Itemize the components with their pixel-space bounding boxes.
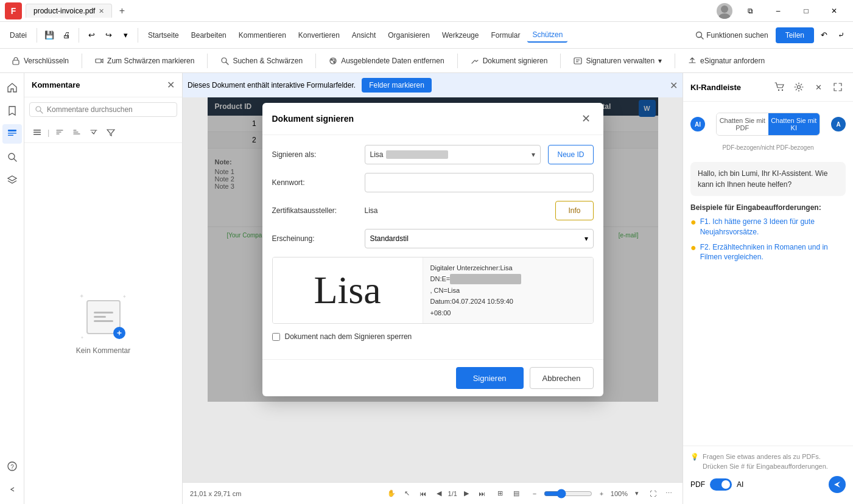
sidebar-collapse-icon[interactable] — [2, 480, 22, 499]
cursor-tool-button[interactable]: ✋ — [385, 487, 398, 500]
close-button[interactable]: ✕ — [820, 0, 848, 22]
next-page-button[interactable]: ▶ — [460, 487, 473, 500]
chat-pdf-button[interactable]: Chatten Sie mit PDF — [717, 113, 768, 135]
ai-close-icon[interactable]: ✕ — [810, 79, 826, 95]
zoom-slider[interactable] — [544, 489, 592, 499]
share-button[interactable]: Teilen — [776, 27, 814, 43]
pdf-notice-close-button[interactable]: ✕ — [670, 80, 678, 91]
ai-toggle-label: AI — [737, 480, 743, 489]
fullscreen-button[interactable]: ⛶ — [646, 487, 659, 500]
zoom-in-button[interactable]: + — [595, 487, 608, 500]
svg-point-26 — [782, 89, 783, 91]
ai-send-button[interactable] — [829, 476, 846, 493]
password-input[interactable] — [365, 173, 594, 192]
active-tab[interactable]: product-invoice.pdf ✕ — [26, 4, 112, 18]
select-tool-button[interactable]: ↖ — [401, 487, 414, 500]
ai-example-2[interactable]: ● F2. Erzähltechniken in Romanen und in … — [690, 242, 846, 263]
formular-menu[interactable]: Formular — [486, 29, 525, 42]
maximize-button[interactable]: □ — [792, 0, 820, 22]
sign-as-select[interactable]: Lisa ████████████ ▾ — [365, 145, 541, 164]
restore-button[interactable]: ⧉ — [736, 0, 764, 22]
cancel-button[interactable]: Abbrechen — [530, 367, 594, 389]
encrypt-button[interactable]: Verschlüsseln — [5, 53, 75, 69]
sig-dn-blurred: ███████████████ — [450, 274, 521, 284]
organisieren-menu[interactable]: Organisieren — [383, 29, 435, 42]
search-functions-button[interactable]: Funktionen suchen — [690, 29, 773, 42]
redo-button[interactable]: ↪ — [101, 28, 116, 43]
comment-sort-desc-icon[interactable] — [69, 124, 85, 140]
ai-cart-icon[interactable] — [771, 79, 787, 95]
sec-separator-4 — [457, 54, 458, 68]
prev-page-button[interactable]: ◀ — [432, 487, 446, 500]
new-tab-button[interactable]: + — [114, 4, 129, 18]
minimize-button[interactable]: – — [764, 0, 792, 22]
sign-as-row: Signieren als: Lisa ████████████ ▾ Neue … — [272, 145, 594, 164]
comments-empty-state: ✦ ✦ ✦ Kein Kommentar — [24, 143, 182, 504]
comments-close-button[interactable]: ✕ — [167, 79, 175, 91]
sidebar-home-icon[interactable] — [2, 78, 22, 97]
comment-view-icon[interactable] — [86, 124, 102, 140]
undo-button[interactable]: ↩ — [84, 28, 99, 43]
save-button[interactable]: 💾 — [42, 28, 57, 43]
pdf-ai-toggle[interactable] — [710, 478, 732, 491]
ai-chat-area: Hallo, ich bin Lumi, Ihr KI-Assistent. W… — [683, 155, 853, 446]
new-id-button[interactable]: Neue ID — [548, 145, 593, 164]
sign-as-blurred: ████████████ — [386, 150, 448, 159]
comment-filter-icon[interactable] — [103, 124, 119, 140]
bearbeiten-menu[interactable]: Bearbeiten — [186, 29, 231, 42]
appearance-select[interactable]: Standardstil ▾ — [365, 229, 594, 248]
tab-title: product-invoice.pdf — [33, 7, 95, 15]
startseite-menu[interactable]: Startseite — [143, 29, 184, 42]
cert-row: Zertifikatsaussteller: Lisa Info — [272, 201, 594, 220]
ai-toggle-row: PDF AI — [690, 476, 846, 493]
dropdown-button[interactable]: ▾ — [118, 28, 133, 43]
ai-bottom: 💡 Fragen Sie etwas anderes als zu PDFs. … — [683, 446, 853, 504]
sidebar-comments-icon[interactable] — [2, 124, 22, 144]
sign-button[interactable]: Signieren — [456, 367, 524, 389]
ai-settings-icon[interactable] — [791, 79, 807, 95]
remove-hidden-button[interactable]: Ausgeblendete Daten entfernen — [322, 53, 451, 69]
app-icon-letter: F — [11, 6, 16, 16]
user-avatar[interactable] — [717, 3, 732, 19]
no-comment-label: Kein Kommentar — [76, 346, 130, 355]
ansicht-menu[interactable]: Ansicht — [347, 29, 381, 42]
modal-close-button[interactable]: ✕ — [579, 111, 594, 126]
request-esig-button[interactable]: eSignatur anfordern — [681, 53, 771, 69]
mark-redact-button[interactable]: Zum Schwärzen markieren — [88, 53, 201, 69]
zoom-dropdown-button[interactable]: ▾ — [630, 487, 644, 500]
sign-document-button[interactable]: Dokument signieren — [464, 53, 555, 69]
zoom-out-button[interactable]: − — [528, 487, 541, 500]
comments-search-input[interactable] — [47, 105, 172, 114]
tab-close-icon[interactable]: ✕ — [99, 7, 104, 15]
comment-sort-asc-icon[interactable] — [52, 124, 68, 140]
highlight-fields-button[interactable]: Felder markieren — [362, 78, 432, 93]
toolbar-extra-btn-2[interactable]: ⤶ — [834, 28, 848, 43]
werkzeuge-menu[interactable]: Werkzeuge — [437, 29, 483, 42]
konvertieren-menu[interactable]: Konvertieren — [293, 29, 345, 42]
info-button[interactable]: Info — [555, 201, 593, 220]
more-options-button[interactable]: ⋯ — [662, 487, 675, 500]
layout-options-button[interactable]: ▤ — [510, 487, 523, 500]
ai-expand-icon[interactable] — [830, 79, 846, 95]
print-button[interactable]: 🖨 — [59, 28, 74, 43]
toolbar-extra-btn-1[interactable]: ↶ — [816, 28, 831, 43]
encrypt-label: Verschlüsseln — [24, 57, 69, 65]
lock-checkbox[interactable] — [272, 333, 280, 341]
sidebar-search-icon[interactable] — [2, 147, 22, 167]
view-options-button[interactable]: ⊞ — [494, 487, 507, 500]
last-page-button[interactable]: ⏭ — [476, 487, 489, 500]
comment-list-icon[interactable] — [29, 124, 45, 140]
schuetzen-menu[interactable]: Schützen — [527, 28, 567, 43]
chat-ai-button[interactable]: Chatten Sie mit KI — [768, 113, 820, 135]
file-menu-button[interactable]: Datei — [5, 29, 32, 42]
first-page-button[interactable]: ⏮ — [416, 487, 430, 500]
window-controls: ⧉ – □ ✕ — [736, 0, 848, 22]
manage-signatures-button[interactable]: Signaturen verwalten ▾ — [567, 53, 669, 69]
sidebar-bookmark-icon[interactable] — [2, 101, 22, 121]
kommentieren-menu[interactable]: Kommentieren — [234, 29, 291, 42]
search-redact-button[interactable]: Suchen & Schwärzen — [214, 53, 309, 69]
sign-as-label: Signieren als: — [272, 150, 357, 159]
ai-example-1[interactable]: ● F1. Ich hätte gerne 3 Ideen für gute N… — [690, 217, 846, 237]
sidebar-layers-icon[interactable] — [2, 170, 22, 190]
sidebar-help-icon[interactable]: ? — [2, 457, 22, 476]
